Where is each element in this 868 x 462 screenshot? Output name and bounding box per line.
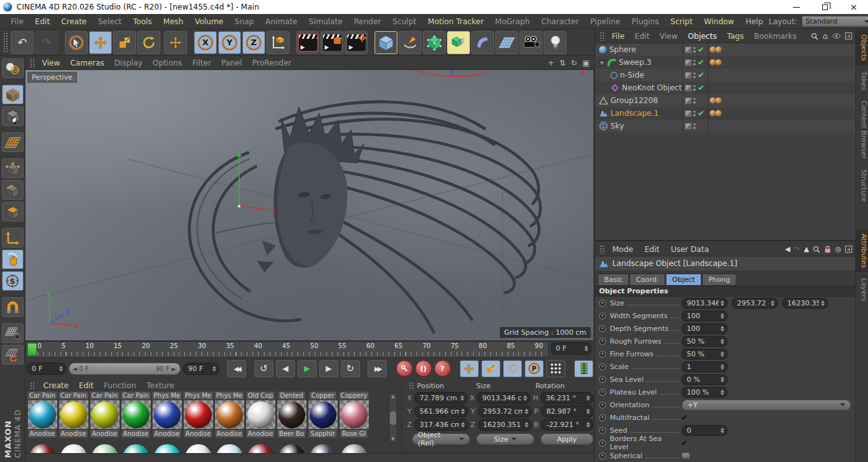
lock-icon[interactable]	[824, 246, 831, 253]
material-item[interactable]: Phys Me Anodise	[183, 391, 214, 438]
material-preview-sphere-partial[interactable]	[307, 444, 338, 453]
polygons-mode-button[interactable]	[2, 202, 24, 221]
material-preview-sphere-partial[interactable]	[183, 444, 214, 453]
menu-item[interactable]: Animate	[259, 17, 303, 26]
material-item[interactable]: Car Pain Anodise	[58, 391, 89, 438]
material-preview-sphere-partial[interactable]	[214, 444, 245, 453]
live-selection-button[interactable]	[65, 31, 88, 54]
camera-button[interactable]	[520, 31, 542, 54]
material-tag-icon[interactable]	[715, 59, 722, 66]
visibility-dots[interactable]	[693, 73, 696, 78]
rotation-b-field[interactable]: -22.921 °	[541, 419, 593, 431]
layer-chip[interactable]	[685, 123, 692, 130]
light-button[interactable]	[544, 31, 567, 54]
material-menu-item[interactable]: Function	[99, 381, 141, 390]
coords-size-dropdown[interactable]: Size	[476, 433, 534, 445]
rotation-h-field[interactable]: 36.231 °	[541, 392, 593, 404]
viewport-menu-item[interactable]: Filter	[187, 59, 216, 67]
workplane-lock-button[interactable]	[2, 323, 24, 343]
add-panel-icon[interactable]	[845, 246, 852, 253]
viewport-dolly-icon[interactable]: ⇅	[560, 59, 566, 67]
workplane-cycle-button[interactable]	[2, 345, 24, 365]
x-axis-lock-button[interactable]: X	[194, 31, 217, 54]
menu-item[interactable]: Render	[348, 17, 387, 26]
position-x-field[interactable]: 72.789 cm	[415, 392, 467, 404]
keyframe-selection-button[interactable]: ?	[434, 360, 451, 377]
add-spline-button[interactable]	[399, 31, 422, 54]
key-parameters-button[interactable]: P	[525, 360, 544, 377]
scrollbar-thum[interactable]	[390, 411, 396, 425]
object-row-sphere[interactable]: Sphere	[595, 43, 855, 56]
enabled-check-icon[interactable]	[698, 84, 703, 89]
attr-menu-edit[interactable]: Edit	[639, 245, 665, 254]
next-frame-button[interactable]: ▶	[319, 360, 338, 377]
keyframe-presets-button[interactable]	[546, 360, 565, 377]
tab-basic[interactable]: Basic	[598, 274, 629, 286]
viewport-menu-item[interactable]: Options	[148, 59, 187, 67]
material-preview-sphere[interactable]	[28, 400, 57, 429]
texture-mode-button[interactable]	[2, 106, 24, 126]
viewport-menu-item[interactable]: View	[37, 59, 65, 67]
floor-environment-button[interactable]	[495, 31, 518, 54]
viewport-maximize-icon[interactable]: ▣	[582, 59, 589, 67]
material-preview-sphere-partial[interactable]	[276, 444, 307, 453]
keyframe-dot[interactable]	[599, 325, 606, 332]
fine-furrows-input[interactable]: 50 %	[682, 349, 727, 360]
goto-end-button[interactable]: ▶▶	[368, 360, 387, 377]
material-label[interactable]: Anodise	[215, 430, 244, 438]
panel-tab[interactable]: Attributes	[856, 230, 868, 272]
menu-item[interactable]: Mesh	[158, 17, 189, 26]
material-preview-sphere-partial[interactable]	[151, 444, 183, 453]
restore-button[interactable]	[811, 0, 839, 14]
z-axis-lock-button[interactable]: Z	[242, 31, 265, 54]
menu-item[interactable]: Simulate	[303, 17, 348, 26]
y-axis-lock-button[interactable]: Y	[218, 31, 241, 54]
collapse-expander[interactable]	[599, 60, 605, 66]
visibility-dots[interactable]	[693, 98, 696, 104]
layer-chip[interactable]	[685, 72, 692, 79]
key-scale-button[interactable]	[481, 360, 500, 377]
search-icon[interactable]	[811, 32, 818, 40]
visibility-dots[interactable]	[693, 60, 696, 66]
viewport-pan-icon[interactable]: +	[548, 59, 554, 67]
position-y-field[interactable]: 561.966 cm	[415, 405, 468, 417]
redo-button[interactable]: ↷	[35, 31, 58, 54]
keyframe-dot[interactable]	[599, 414, 606, 421]
visibility-dots[interactable]	[693, 111, 696, 116]
menu-item[interactable]: Motion Tracker	[422, 17, 490, 26]
object-row-group[interactable]: Group12208	[595, 94, 855, 107]
size-x-input[interactable]: 9013.346	[682, 298, 727, 309]
material-label[interactable]: Beer Bo	[277, 430, 306, 438]
make-editable-button[interactable]	[2, 59, 24, 78]
parent-object-icon[interactable]: ▲	[804, 245, 809, 253]
menu-item[interactable]: Select	[92, 17, 127, 26]
sea-level-input[interactable]: 0 %	[682, 374, 727, 385]
panel-tab[interactable]: Layers	[856, 274, 868, 305]
coords-mode-dropdown[interactable]: Object (Rel)	[412, 433, 470, 445]
close-button[interactable]: ×	[839, 0, 868, 14]
spherical-checkbox-unchecked[interactable]	[682, 452, 690, 459]
orientation-dropdown[interactable]: +Y	[682, 400, 851, 410]
layer-chip[interactable]	[685, 59, 692, 66]
object-row-neoknot[interactable]: NeoKnot Object	[595, 81, 855, 94]
menu-item[interactable]: Character	[535, 17, 584, 26]
range-left-arrow-icon[interactable]: ◄	[72, 365, 78, 372]
material-preview-sphere[interactable]	[277, 400, 307, 429]
material-menu-item[interactable]: Edit	[74, 381, 99, 390]
keyframe-dot[interactable]	[599, 427, 606, 434]
workplane-mode-button[interactable]	[2, 132, 24, 152]
keyframe-dot[interactable]	[599, 452, 606, 459]
size-y-field[interactable]: 2953.72 cm	[478, 405, 532, 417]
show-fcurves-button[interactable]	[574, 360, 593, 377]
size-z-field[interactable]: 16230.351 cm	[478, 419, 532, 431]
material-menu-item[interactable]: Texture	[141, 381, 179, 390]
menu-item[interactable]: Help	[740, 17, 768, 26]
spinner-arrows-icon[interactable]	[584, 344, 588, 353]
axis-mode-button[interactable]	[2, 228, 24, 248]
material-item[interactable]: Car Pain Anodise	[89, 391, 120, 438]
borders-checkbox-checked[interactable]	[682, 440, 687, 445]
menu-item[interactable]: Plugins	[626, 17, 665, 26]
tab-phong[interactable]: Phong	[702, 274, 736, 286]
material-preview-sphere[interactable]	[121, 400, 151, 429]
size-y-input[interactable]: 2953.72 cm	[732, 298, 778, 309]
